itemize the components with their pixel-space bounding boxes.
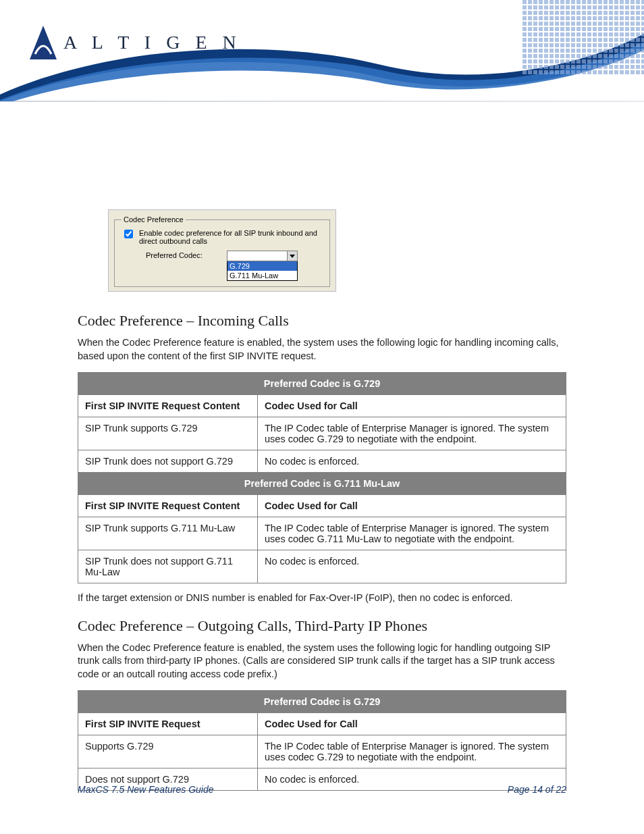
table-header: First SIP INVITE Request Content	[78, 495, 258, 517]
svg-marker-5	[290, 255, 295, 258]
table-cell: Supports G.729	[78, 735, 258, 768]
table-header: Codec Used for Call	[258, 495, 566, 517]
header-grid-pattern	[522, 0, 644, 74]
dropdown-option[interactable]: G.711 Mu-Law	[227, 271, 297, 280]
table-row: SIP Trunk supports G.729 The IP Codec ta…	[78, 417, 566, 450]
brand-name: A L T I G E N	[63, 32, 242, 53]
table-header: First SIP INVITE Request Content	[78, 395, 258, 417]
page-header: A L T I G E N	[0, 0, 644, 101]
section-heading-incoming: Codec Preference – Incoming Calls	[78, 312, 566, 330]
table-title: Preferred Codec is G.729	[78, 691, 566, 713]
table-title: Preferred Codec is G.729	[78, 373, 566, 395]
section-intro: When the Codec Preference feature is ena…	[78, 642, 566, 681]
table-header: Codec Used for Call	[258, 395, 566, 417]
footer-page: Page 14 of 22	[508, 784, 566, 795]
table-cell: SIP Trunk does not support G.729	[78, 450, 258, 473]
logo-mark-icon	[28, 24, 58, 61]
footer-title: MaxCS 7.5 New Features Guide	[78, 784, 214, 795]
preferred-codec-dropdown[interactable]: G.729 G.711 Mu-Law	[227, 251, 298, 281]
page-footer: MaxCS 7.5 New Features Guide Page 14 of …	[78, 784, 566, 795]
codec-legend: Codec Preference	[122, 215, 186, 224]
enable-codec-label: Enable codec preference for all SIP trun…	[139, 229, 323, 245]
table-header: Codec Used for Call	[258, 713, 566, 735]
table-row: SIP Trunk does not support G.729 No code…	[78, 450, 566, 473]
table-cell: No codec is enforced.	[258, 450, 566, 473]
table-cell: The IP Codec table of Enterprise Manager…	[258, 517, 566, 550]
svg-marker-4	[30, 26, 57, 59]
table-title: Preferred Codec is G.711 Mu-Law	[78, 473, 566, 495]
chevron-down-icon[interactable]	[287, 251, 297, 261]
table-cell: The IP Codec table of Enterprise Manager…	[258, 735, 566, 768]
outgoing-codec-table: Preferred Codec is G.729 First SIP INVIT…	[78, 690, 566, 791]
enable-codec-checkbox[interactable]	[124, 230, 133, 238]
section-heading-outgoing: Codec Preference – Outgoing Calls, Third…	[78, 617, 566, 635]
table-cell: The IP Codec table of Enterprise Manager…	[258, 417, 566, 450]
brand-logo: A L T I G E N	[28, 24, 242, 61]
section-intro: When the Codec Preference feature is ena…	[78, 336, 566, 363]
codec-preference-panel: Codec Preference Enable codec preference…	[108, 209, 336, 292]
table-row: Supports G.729 The IP Codec table of Ent…	[78, 735, 566, 768]
table-header: First SIP INVITE Request	[78, 713, 258, 735]
table-row: SIP Trunk supports G.711 Mu-Law The IP C…	[78, 517, 566, 550]
preferred-codec-label: Preferred Codec:	[146, 251, 227, 259]
incoming-codec-table: Preferred Codec is G.729 First SIP INVIT…	[78, 372, 566, 583]
page-content: Codec Preference Enable codec preference…	[0, 101, 644, 791]
table-cell: SIP Trunk supports G.729	[78, 417, 258, 450]
svg-rect-3	[522, 0, 644, 74]
section-note: If the target extension or DNIS number i…	[78, 592, 566, 605]
table-row: SIP Trunk does not support G.711 Mu-Law …	[78, 550, 566, 583]
codec-fieldset: Codec Preference Enable codec preference…	[114, 215, 330, 287]
table-cell: SIP Trunk supports G.711 Mu-Law	[78, 517, 258, 550]
table-cell: SIP Trunk does not support G.711 Mu-Law	[78, 550, 258, 583]
dropdown-option[interactable]: G.729	[227, 261, 297, 271]
table-cell: No codec is enforced.	[258, 550, 566, 583]
dropdown-list: G.729 G.711 Mu-Law	[227, 261, 298, 281]
